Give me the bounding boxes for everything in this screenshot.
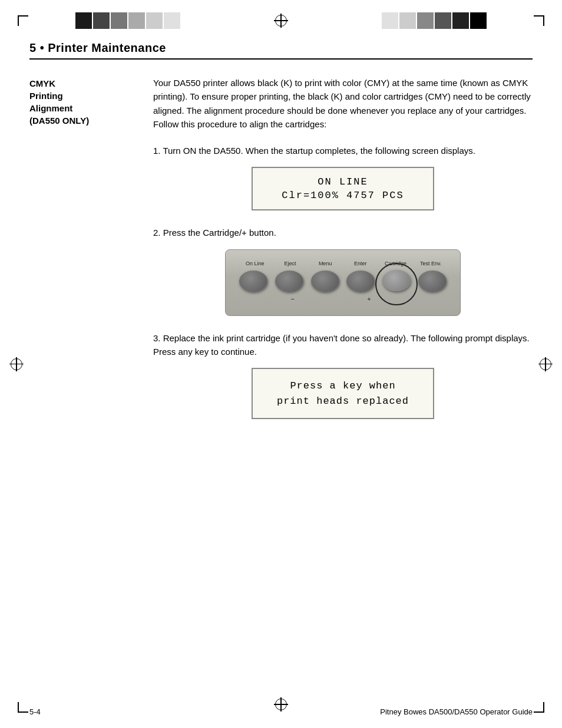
- step3-text: 3. Replace the ink print cartridge (if y…: [153, 331, 533, 359]
- header-crosshair: [274, 14, 288, 28]
- corner-tr: [534, 15, 544, 26]
- content-area: Your DA550 printer allows black (K) to p…: [147, 76, 533, 434]
- footer-crosshair: [274, 697, 288, 711]
- keyboard-labels: On Line Eject Menu Enter Cartridge Test …: [237, 261, 448, 266]
- plus-label: +: [355, 295, 384, 302]
- btn-testenv[interactable]: [418, 271, 447, 292]
- page-content: 5 • Printer Maintenance CMYK Printing Al…: [0, 41, 562, 434]
- label-eject: Eject: [275, 261, 305, 266]
- sidebar: CMYK Printing Alignment (DA550 ONLY): [29, 76, 147, 434]
- label-online: On Line: [240, 261, 270, 266]
- lcd-display: ON LINE Clr=100% 4757 PCS: [252, 167, 434, 210]
- prompt-line2: print heads replaced: [267, 394, 419, 409]
- btn-menu[interactable]: [311, 271, 339, 292]
- sidebar-heading: CMYK Printing Alignment (DA550 ONLY): [29, 77, 147, 127]
- btn-eject[interactable]: [275, 271, 303, 292]
- keyboard-image: On Line Eject Menu Enter Cartridge Test …: [225, 249, 461, 316]
- label-menu: Menu: [310, 261, 340, 266]
- page-number: 5-4: [29, 707, 41, 716]
- label-testenv: Test Env.: [416, 261, 445, 266]
- minus-label: −: [291, 295, 319, 302]
- corner-tl: [18, 15, 28, 26]
- step2-text: 2. Press the Cartridge/+ button.: [153, 226, 533, 239]
- step1-text: 1. Turn ON the DA550. When the startup c…: [153, 144, 533, 157]
- prompt-display: Press a key when print heads replaced: [252, 368, 434, 419]
- btn-enter[interactable]: [346, 271, 375, 292]
- footer-title: Pitney Bowes DA500/DA550 Operator Guide: [380, 707, 533, 716]
- right-crosshair: [538, 357, 553, 371]
- chapter-title: 5 • Printer Maintenance: [29, 41, 166, 54]
- plus-minus-row: − +: [237, 295, 448, 302]
- lcd-line2: Clr=100% 4757 PCS: [265, 190, 421, 201]
- color-blocks-right: [382, 12, 487, 29]
- label-enter: Enter: [346, 261, 375, 266]
- left-crosshair: [9, 357, 24, 371]
- prompt-line1: Press a key when: [267, 378, 419, 394]
- label-cartridge: Cartridge: [381, 261, 410, 266]
- cartridge-wrapper: [382, 270, 411, 293]
- btn-cartridge[interactable]: [382, 270, 411, 291]
- intro-text: Your DA550 printer allows black (K) to p…: [153, 76, 533, 131]
- keyboard-buttons: [237, 270, 448, 293]
- color-blocks-left: [75, 12, 180, 29]
- header-marks: [0, 0, 562, 41]
- main-content: CMYK Printing Alignment (DA550 ONLY) You…: [29, 76, 533, 434]
- lcd-line1: ON LINE: [265, 176, 421, 187]
- btn-online[interactable]: [239, 271, 267, 292]
- chapter-header: 5 • Printer Maintenance: [29, 41, 533, 60]
